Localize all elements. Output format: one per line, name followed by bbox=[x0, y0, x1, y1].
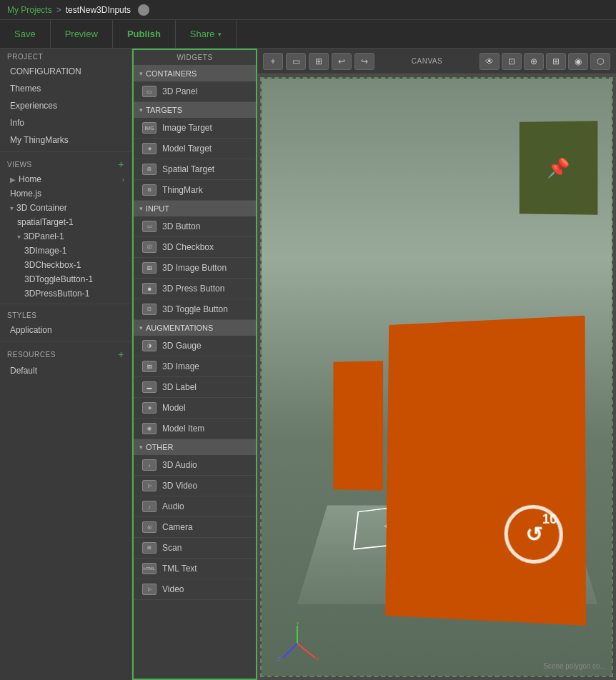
tree-item-3dcheckbox[interactable]: 3DCheckbox-1 bbox=[0, 258, 131, 272]
3dimage-icon: 🖼 bbox=[142, 361, 157, 372]
tree-item-3dpress[interactable]: 3DPressButton-1 bbox=[0, 286, 131, 301]
section-input[interactable]: ▾ INPUT bbox=[134, 201, 256, 216]
widgets-section-label: WIDGETS bbox=[134, 50, 256, 66]
canvas-settings-icon[interactable]: ◉ bbox=[568, 53, 588, 70]
tree-item-home[interactable]: ▶ Home › bbox=[0, 172, 131, 186]
widget-3dcheckbox[interactable]: ☑ 3D Checkbox bbox=[134, 237, 256, 258]
canvas-undo-icon[interactable]: ↩ bbox=[332, 53, 352, 70]
3dtogglebutton-icon: ⊡ bbox=[142, 304, 157, 315]
3dvideo-icon: ▷ bbox=[142, 480, 157, 491]
widget-spatialtarget-label: Spatial Target bbox=[162, 164, 214, 174]
camera-icon: ⊙ bbox=[142, 521, 157, 533]
widget-3dlabel[interactable]: ▬ 3D Label bbox=[134, 377, 256, 398]
axis-widget: X Y Z bbox=[276, 622, 319, 665]
widget-modelitem-label: Model Item bbox=[162, 424, 204, 434]
other-label: OTHER bbox=[146, 443, 174, 451]
panel-item-application[interactable]: Application bbox=[0, 321, 131, 339]
spatialtarget-label: spatialTarget-1 bbox=[17, 217, 74, 227]
3dbutton-icon: ▭ bbox=[142, 221, 157, 232]
home-arrow-icon: ▶ bbox=[10, 176, 16, 184]
3dpanel-arrow-icon: ▾ bbox=[17, 233, 21, 241]
canvas-toolbar-left: + ▭ ⊞ ↩ ↪ bbox=[263, 53, 374, 70]
canvas-fit-icon[interactable]: ⊡ bbox=[502, 53, 522, 70]
spatialtarget-icon: ⊞ bbox=[142, 164, 157, 175]
widget-video[interactable]: ▷ Video bbox=[134, 579, 256, 600]
widget-scan[interactable]: ⊞ Scan bbox=[134, 538, 256, 559]
widget-3dpressbutton[interactable]: ⏺ 3D Press Button bbox=[134, 279, 256, 299]
widget-video-label: Video bbox=[162, 584, 184, 594]
widget-3dimage[interactable]: 🖼 3D Image bbox=[134, 356, 256, 377]
widget-model[interactable]: ◈ Model bbox=[134, 398, 256, 419]
augmentations-label: AUGMENTATIONS bbox=[146, 324, 213, 332]
widget-3dtogglebutton[interactable]: ⊡ 3D Toggle Button bbox=[134, 299, 256, 320]
tree-item-3dpanel[interactable]: ▾ 3DPanel-1 bbox=[0, 229, 131, 244]
canvas-eye-icon[interactable]: 👁 bbox=[480, 53, 500, 70]
views-add-button[interactable]: + bbox=[118, 159, 124, 170]
canvas-3d-icon[interactable]: ⬡ bbox=[590, 53, 610, 70]
tmltext-icon: HTML bbox=[142, 563, 157, 574]
canvas-viewport[interactable]: « Button ↺ 10 📌 bbox=[260, 77, 613, 677]
audio-icon: ♪ bbox=[142, 501, 157, 512]
3dimage-label: 3DImage-1 bbox=[24, 246, 66, 256]
breadcrumb-separator: > bbox=[56, 5, 61, 15]
panel-item-default[interactable]: Default bbox=[0, 362, 131, 379]
section-other[interactable]: ▾ OTHER bbox=[134, 439, 256, 455]
widget-3daudio[interactable]: ♪ 3D Audio bbox=[134, 455, 256, 476]
widget-tmltext[interactable]: HTML TML Text bbox=[134, 559, 256, 579]
resources-add-button[interactable]: + bbox=[118, 349, 124, 360]
widget-3dvideo[interactable]: ▷ 3D Video bbox=[134, 476, 256, 496]
widget-camera[interactable]: ⊙ Camera bbox=[134, 517, 256, 538]
widget-modeltarget[interactable]: ◈ Model Target bbox=[134, 139, 256, 159]
targets-arrow-icon: ▾ bbox=[139, 106, 143, 114]
dark-panel: 📌 bbox=[520, 121, 598, 215]
tree-item-spatialtarget[interactable]: spatialTarget-1 bbox=[0, 215, 131, 229]
widget-3dpanel[interactable]: ▭ 3D Panel bbox=[134, 81, 256, 102]
panel-item-experiences[interactable]: Experiences bbox=[0, 97, 131, 114]
tree-item-3dtoggle[interactable]: 3DToggleButton-1 bbox=[0, 272, 131, 286]
other-arrow-icon: ▾ bbox=[139, 444, 143, 451]
divider3 bbox=[0, 341, 131, 342]
publish-button[interactable]: Publish bbox=[113, 20, 176, 49]
3daudio-icon: ♪ bbox=[142, 459, 157, 471]
tree-item-3dimage[interactable]: 3DImage-1 bbox=[0, 244, 131, 258]
resources-label: RESOURCES bbox=[7, 351, 56, 359]
widgets-panel: WIDGETS ▾ CONTAINERS ▭ 3D Panel ▾ TARGET… bbox=[132, 49, 257, 680]
canvas-add-icon[interactable]: + bbox=[263, 53, 283, 70]
3dpanel-label: 3DPanel-1 bbox=[24, 231, 64, 241]
section-augmentations[interactable]: ▾ AUGMENTATIONS bbox=[134, 320, 256, 336]
modeltarget-icon: ◈ bbox=[142, 143, 157, 154]
canvas-rect-icon[interactable]: ▭ bbox=[286, 53, 306, 70]
save-button[interactable]: Save bbox=[0, 20, 51, 49]
rotate-number: 10 bbox=[542, 511, 557, 527]
canvas-view-icon[interactable]: ⊞ bbox=[309, 53, 329, 70]
panel-item-config[interactable]: CONFIGURATION bbox=[0, 63, 131, 80]
widget-3dgauge[interactable]: ◑ 3D Gauge bbox=[134, 336, 256, 356]
widget-thingmark-label: ThingMark bbox=[162, 185, 203, 195]
svg-line-2 bbox=[283, 644, 297, 658]
tree-item-homejs[interactable]: Home.js bbox=[0, 186, 131, 201]
scan-icon: ⊞ bbox=[142, 542, 157, 554]
canvas-redo-icon[interactable]: ↪ bbox=[354, 53, 374, 70]
orange-panel-large: ↺ 10 bbox=[385, 316, 586, 626]
widget-audio[interactable]: ♪ Audio bbox=[134, 496, 256, 517]
widget-3dgauge-label: 3D Gauge bbox=[162, 341, 202, 351]
widget-imagetarget[interactable]: IMG Image Target bbox=[134, 118, 256, 139]
widget-3dbutton[interactable]: ▭ 3D Button bbox=[134, 216, 256, 237]
panel-item-info[interactable]: Info bbox=[0, 114, 131, 131]
canvas-grid-icon[interactable]: ⊞ bbox=[546, 53, 566, 70]
widget-modelitem[interactable]: ◉ Model Item bbox=[134, 419, 256, 439]
panel-item-thingmarks[interactable]: My ThingMarks bbox=[0, 131, 131, 149]
preview-button[interactable]: Preview bbox=[51, 20, 113, 49]
widget-spatialtarget[interactable]: ⊞ Spatial Target bbox=[134, 159, 256, 180]
share-button[interactable]: Share ▾ bbox=[176, 20, 237, 49]
tree-item-3dcontainer[interactable]: ▾ 3D Container bbox=[0, 201, 131, 215]
section-containers[interactable]: ▾ CONTAINERS bbox=[134, 66, 256, 81]
section-targets[interactable]: ▾ TARGETS bbox=[134, 102, 256, 118]
my-projects-link[interactable]: My Projects bbox=[7, 5, 52, 15]
rotate-arrow-icon: ↺ bbox=[525, 522, 542, 546]
canvas-zoom-icon[interactable]: ⊕ bbox=[524, 53, 544, 70]
project-section-label: PROJECT bbox=[0, 49, 131, 63]
widget-3dimagebutton[interactable]: 🖼 3D Image Button bbox=[134, 258, 256, 279]
panel-item-themes[interactable]: Themes bbox=[0, 80, 131, 97]
widget-thingmark[interactable]: ⚙ ThingMark bbox=[134, 180, 256, 201]
